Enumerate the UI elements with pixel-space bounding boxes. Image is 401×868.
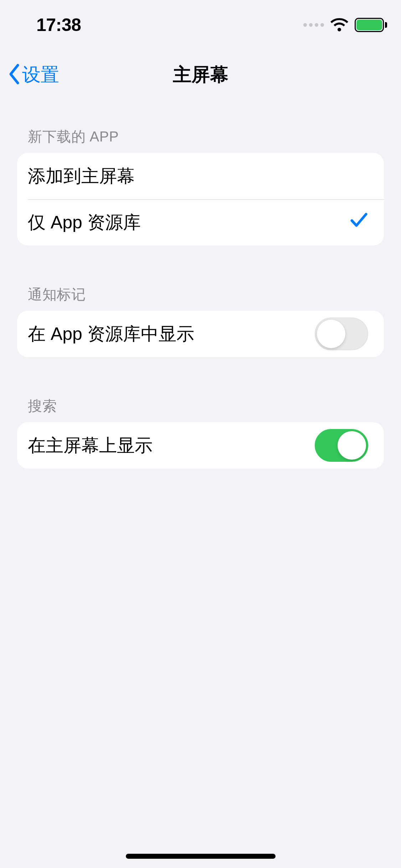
toggle-show-on-home[interactable]	[315, 429, 368, 462]
group-badges: 在 App 资源库中显示	[17, 311, 384, 357]
row-label: 在 App 资源库中显示	[28, 322, 194, 346]
nav-bar: 设置 主屏幕	[0, 57, 401, 93]
group-new-apps: 添加到主屏幕 仅 App 资源库	[17, 153, 384, 246]
row-show-on-home: 在主屏幕上显示	[17, 422, 384, 469]
toggle-knob	[338, 431, 366, 460]
status-time: 17:38	[36, 15, 81, 35]
section-header-new-apps: 新下载的 APP	[17, 127, 384, 153]
checkmark-icon	[350, 211, 368, 233]
chevron-left-icon	[7, 63, 21, 87]
section-header-search: 搜索	[17, 396, 384, 422]
status-bar: 17:38	[0, 0, 401, 50]
option-app-library-only[interactable]: 仅 App 资源库	[17, 199, 384, 246]
wifi-icon	[330, 18, 348, 32]
option-add-to-home[interactable]: 添加到主屏幕	[17, 153, 384, 199]
cellular-dots-icon	[303, 23, 324, 27]
row-label: 在主屏幕上显示	[28, 434, 153, 458]
back-button[interactable]: 设置	[7, 62, 59, 87]
toggle-knob	[317, 320, 345, 348]
battery-icon	[355, 18, 384, 32]
toggle-show-in-library[interactable]	[315, 317, 368, 350]
status-right	[303, 18, 384, 32]
row-show-in-library: 在 App 资源库中显示	[17, 311, 384, 357]
group-search: 在主屏幕上显示	[17, 422, 384, 469]
home-indicator	[126, 854, 276, 859]
page-title: 主屏幕	[0, 62, 401, 87]
section-header-badges: 通知标记	[17, 285, 384, 311]
option-label: 仅 App 资源库	[28, 211, 141, 234]
option-label: 添加到主屏幕	[28, 164, 135, 188]
back-label: 设置	[22, 62, 59, 87]
content: 新下载的 APP 添加到主屏幕 仅 App 资源库 通知标记 在 App 资源库…	[0, 118, 401, 469]
